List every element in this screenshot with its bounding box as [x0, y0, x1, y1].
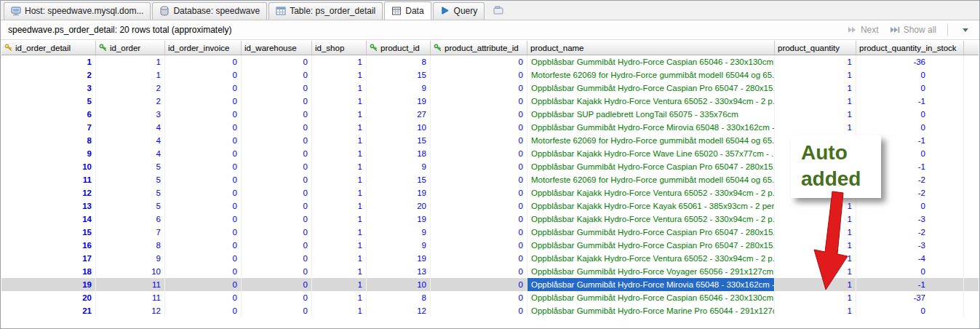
cell-id_order[interactable]: 6	[96, 213, 165, 226]
table-row[interactable]: 15700190Oppblåsbar Gummibåt Hydro-Force …	[1, 226, 979, 239]
cell-id_order_invoice[interactable]: 0	[165, 186, 242, 199]
cell-product_id[interactable]: 12	[367, 304, 431, 317]
cell-id_warehouse[interactable]: 0	[242, 291, 312, 304]
cell-id_shop[interactable]: 1	[312, 121, 367, 134]
cell-id_order[interactable]: 3	[96, 108, 165, 121]
show-all-button[interactable]: Show all	[890, 25, 936, 35]
cell-product_attribute_id[interactable]: 0	[431, 160, 527, 173]
cell-id_order_invoice[interactable]: 0	[165, 226, 242, 239]
cell-id_shop[interactable]: 1	[312, 108, 367, 121]
cell-id_warehouse[interactable]: 0	[242, 173, 312, 186]
cell-product_name[interactable]: Motorfeste 62069 for Hydro-Force gummibå…	[527, 173, 775, 186]
cell-id_shop[interactable]: 1	[312, 134, 367, 147]
cell-id_warehouse[interactable]: 0	[242, 55, 312, 68]
cell-product_id[interactable]: 9	[367, 82, 431, 95]
cell-product_quantity[interactable]: 1	[775, 95, 856, 108]
cell-id_shop[interactable]: 1	[312, 265, 367, 278]
cell-id_shop[interactable]: 1	[312, 226, 367, 239]
cell-id_shop[interactable]: 1	[312, 55, 367, 68]
cell-product_id[interactable]: 19	[367, 252, 431, 265]
cell-id_order_invoice[interactable]: 0	[165, 291, 242, 304]
cell-id_order[interactable]: 11	[96, 291, 165, 304]
cell-id_order_invoice[interactable]: 0	[165, 160, 242, 173]
cell-id_warehouse[interactable]: 0	[242, 199, 312, 213]
cell-product_name[interactable]: Oppblåsbar Gummibåt Hydro-Force Caspian …	[527, 82, 775, 95]
cell-product_name[interactable]: Oppblåsbar Gummibåt Hydro-Force Caspian …	[527, 239, 775, 252]
cell-id_order_detail[interactable]: 17	[1, 252, 96, 265]
cell-id_order_detail[interactable]: 12	[1, 186, 96, 199]
cell-id_warehouse[interactable]: 0	[242, 121, 312, 134]
cell-id_order[interactable]: 5	[96, 199, 165, 213]
cell-product_id[interactable]: 8	[367, 291, 431, 304]
cell-id_order_detail[interactable]: 10	[1, 160, 96, 173]
cell-product_id[interactable]: 19	[367, 186, 431, 199]
cell-product_id[interactable]: 19	[367, 213, 431, 226]
cell-id_order_invoice[interactable]: 0	[165, 304, 242, 317]
cell-product_attribute_id[interactable]: 0	[431, 68, 527, 82]
cell-product_attribute_id[interactable]: 0	[431, 95, 527, 108]
table-row[interactable]: 1911001100Oppblåsbar Gummibåt Hydro-Forc…	[1, 278, 979, 291]
table-row[interactable]: 63001270Oppblåsbar SUP padlebrett LongTa…	[1, 108, 979, 121]
cell-product_quantity_in_stock[interactable]: 0	[856, 199, 964, 213]
cell-id_order[interactable]: 4	[96, 121, 165, 134]
cell-id_order_detail[interactable]: 7	[1, 121, 96, 134]
cell-id_order[interactable]: 9	[96, 252, 165, 265]
cell-id_shop[interactable]: 1	[312, 173, 367, 186]
cell-product_id[interactable]: 15	[367, 173, 431, 186]
cell-product_quantity[interactable]: 1	[775, 226, 856, 239]
cell-id_order_detail[interactable]: 18	[1, 265, 96, 278]
cell-id_shop[interactable]: 1	[312, 95, 367, 108]
cell-product_name[interactable]: Oppblåsbar Gummibåt Hydro-Force Voyager …	[527, 265, 775, 278]
cell-product_quantity[interactable]: 1	[775, 265, 856, 278]
cell-product_name[interactable]: Oppblåsbar Gummibåt Hydro-Force Caspian …	[527, 55, 775, 68]
column-header-product_attribute_id[interactable]: product_attribute_id	[431, 41, 527, 55]
table-row[interactable]: 52001190Oppblåsbar Kajakk Hydro-Force Ve…	[1, 95, 979, 108]
cell-product_quantity[interactable]: 1	[775, 239, 856, 252]
tab-host[interactable]: Host: speedwave.mysql.dom...	[4, 2, 151, 20]
cell-product_quantity_in_stock[interactable]: -4	[856, 252, 964, 265]
cell-product_quantity_in_stock[interactable]: -37	[856, 291, 964, 304]
cell-id_warehouse[interactable]: 0	[242, 265, 312, 278]
cell-product_attribute_id[interactable]: 0	[431, 55, 527, 68]
cell-id_order_detail[interactable]: 16	[1, 239, 96, 252]
cell-product_id[interactable]: 27	[367, 108, 431, 121]
cell-product_quantity_in_stock[interactable]: -36	[856, 55, 964, 68]
cell-id_warehouse[interactable]: 0	[242, 278, 312, 291]
cell-id_order_detail[interactable]: 21	[1, 304, 96, 317]
cell-id_order_invoice[interactable]: 0	[165, 134, 242, 147]
cell-id_order_invoice[interactable]: 0	[165, 108, 242, 121]
cell-id_warehouse[interactable]: 0	[242, 134, 312, 147]
cell-id_order_invoice[interactable]: 0	[165, 199, 242, 213]
cell-product_attribute_id[interactable]: 0	[431, 199, 527, 213]
cell-product_quantity[interactable]: 1	[775, 68, 856, 82]
cell-id_warehouse[interactable]: 0	[242, 82, 312, 95]
column-header-id_order_invoice[interactable]: id_order_invoice	[165, 41, 242, 55]
cell-id_order_detail[interactable]: 8	[1, 134, 96, 147]
cell-id_shop[interactable]: 1	[312, 213, 367, 226]
cell-id_order_invoice[interactable]: 0	[165, 173, 242, 186]
cell-id_shop[interactable]: 1	[312, 68, 367, 82]
cell-id_order[interactable]: 4	[96, 134, 165, 147]
cell-id_warehouse[interactable]: 0	[242, 147, 312, 160]
cell-id_warehouse[interactable]: 0	[242, 304, 312, 317]
cell-id_shop[interactable]: 1	[312, 304, 367, 317]
cell-product_quantity_in_stock[interactable]: -2	[856, 226, 964, 239]
table-row[interactable]: 3200190Oppblåsbar Gummibåt Hydro-Force C…	[1, 82, 979, 95]
cell-product_attribute_id[interactable]: 0	[431, 252, 527, 265]
cell-product_attribute_id[interactable]: 0	[431, 291, 527, 304]
cell-id_shop[interactable]: 1	[312, 147, 367, 160]
table-row[interactable]: 201100180Oppblåsbar Gummibåt Hydro-Force…	[1, 291, 979, 304]
cell-product_attribute_id[interactable]: 0	[431, 186, 527, 199]
tab-data[interactable]: Data	[384, 1, 431, 20]
filter-dropdown-button[interactable]	[959, 25, 972, 34]
cell-id_order_detail[interactable]: 3	[1, 82, 96, 95]
cell-id_order[interactable]: 5	[96, 173, 165, 186]
cell-id_order[interactable]: 1	[96, 55, 165, 68]
table-row[interactable]: 1810001130Oppblåsbar Gummibåt Hydro-Forc…	[1, 265, 979, 278]
cell-product_id[interactable]: 18	[367, 147, 431, 160]
cell-id_order_detail[interactable]: 11	[1, 173, 96, 186]
cell-id_shop[interactable]: 1	[312, 239, 367, 252]
cell-product_quantity[interactable]: 1	[775, 108, 856, 121]
cell-id_warehouse[interactable]: 0	[242, 108, 312, 121]
cell-id_order_invoice[interactable]: 0	[165, 147, 242, 160]
